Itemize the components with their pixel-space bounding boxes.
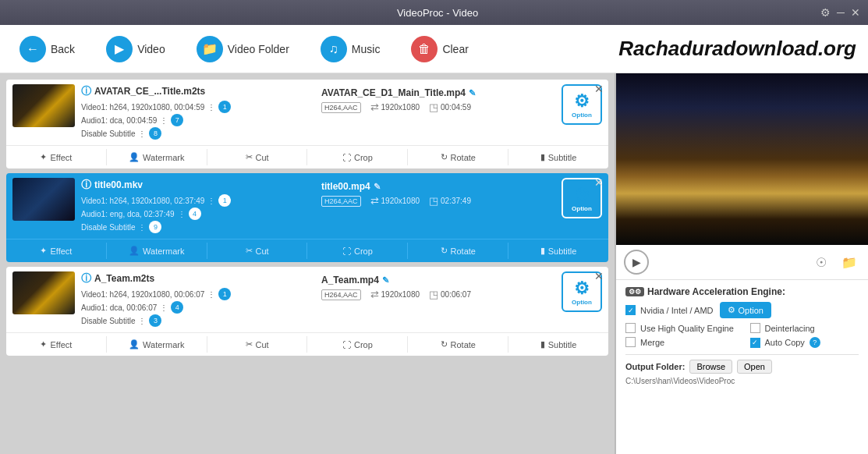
codec-gear-icon-1: ⚙ [574,91,590,112]
deinterlacing-checkbox-row: Deinterlacing [750,323,859,333]
sub-row-2: Disable Subtitle ⋮ 9 [81,221,309,233]
effect-btn-1[interactable]: ✦ Effect [6,149,107,165]
ha-option-gear-icon: ⚙ [728,305,735,315]
video-row-1: Video1: h264, 1920x1080, 00:04:59 ⋮ 1 [81,101,309,113]
settings-icon[interactable]: ⚙ [820,6,831,19]
source-title-3: ⓘ A_Team.m2ts [81,271,309,286]
edit-icon-2[interactable]: ✎ [374,182,381,192]
audio-num-2: 4 [189,207,201,220]
subtitle-btn-3[interactable]: ▮ Subtitle [508,336,608,353]
merge-checkbox[interactable] [625,337,636,347]
settings-panel: ⚙⚙ Hardware Acceleration Engine: ✓ Nvidi… [616,280,868,454]
meta-dur-1: ◳ 00:04:59 [429,101,471,113]
ha-row: ✓ Nvidia / Intel / AMD ⚙ Option [625,302,859,318]
effect-btn-3[interactable]: ✦ Effect [6,336,107,353]
autocopy-help-icon[interactable]: ? [810,337,820,348]
cut-btn-2[interactable]: ✂ Cut [207,243,308,259]
preview-background [616,73,868,245]
crop-btn-2[interactable]: ⛶ Crop [307,243,408,259]
watermark-btn-1[interactable]: 👤 Watermark [107,149,207,165]
close-card-2[interactable]: ✕ [594,176,604,189]
video-row-3: Video1: h264, 1920x1080, 00:06:07 ⋮ 1 [81,288,309,300]
preview-controls: ▶ ☉ 📁 [616,245,868,280]
hq-checkbox-row: Use High Quality Engine [625,323,735,333]
rotate-btn-2[interactable]: ↻ Rotate [408,243,508,259]
thumb-img-3 [12,271,75,314]
crop-btn-1[interactable]: ⛶ Crop [307,149,408,165]
cut-btn-1[interactable]: ✂ Cut [207,149,308,165]
app-title: VideoProc - Video [55,7,820,19]
crop-btn-3[interactable]: ⛶ Crop [307,336,408,353]
thumb-3 [12,271,75,314]
snapshot-icon[interactable]: ☉ [810,251,832,273]
card-1-top: ⓘ AVATAR_CE_...Title.m2ts Video1: h264, … [6,80,608,145]
sub-num-2: 9 [149,221,161,233]
back-icon: ← [19,36,46,62]
subtitle-btn-2[interactable]: ▮ Subtitle [508,243,608,259]
ha-badge: ⚙⚙ [625,287,644,296]
output-folder-path: C:\Users\han\Videos\VideoProc [625,377,859,385]
effect-btn-2[interactable]: ✦ Effect [6,243,107,259]
back-button[interactable]: ← Back [12,31,83,67]
video-info-2: ⓘ title00.mkv Video1: h264, 1920x1080, 0… [81,178,309,234]
card-3-actions: ✦ Effect 👤 Watermark ✂ Cut ⛶ Crop ↻ Rota… [6,332,608,356]
audio-row-2: Audio1: eng, dca, 02:37:49 ⋮ 4 [81,207,309,220]
output-name-3: A_Team.mp4 ✎ [321,275,549,286]
ha-option-button[interactable]: ⚙ Option [720,302,771,318]
video-meta-3: H264,AAC ⇄ 1920x1080 ◳ 00:06:07 [321,289,549,300]
video-num-1: 1 [218,101,231,113]
title-bar: VideoProc - Video ⚙ ─ ✕ [0,0,868,25]
rotate-btn-1[interactable]: ↻ Rotate [408,149,508,165]
autocopy-checkbox-row: ✓ Auto Copy ? [750,337,859,348]
edit-icon-1[interactable]: ✎ [469,88,476,98]
info-icon-2[interactable]: ⓘ [81,178,91,192]
open-button[interactable]: Open [737,360,772,374]
video-info-3: ⓘ A_Team.m2ts Video1: h264, 1920x1080, 0… [81,271,309,328]
play-button[interactable]: ▶ [624,250,649,275]
minimize-button[interactable]: ─ [837,6,845,19]
close-card-3[interactable]: ✕ [594,270,604,282]
audio-num-1: 7 [171,114,183,126]
folder-open-icon[interactable]: 📁 [838,251,860,273]
info-icon-1[interactable]: ⓘ [81,84,91,98]
output-name-1: AVATAR_CE_D1_Main_Title.mp4 ✎ [321,87,549,98]
audio-row-3: Audio1: dca, 00:06:07 ⋮ 4 [81,301,309,314]
video-row-2: Video1: h264, 1920x1080, 02:37:49 ⋮ 1 [81,194,309,207]
video-preview [616,73,868,245]
merge-checkbox-row: Merge [625,337,735,347]
close-card-1[interactable]: ✕ [594,83,604,95]
deinterlacing-checkbox[interactable] [750,323,760,333]
edit-icon-3[interactable]: ✎ [382,275,389,286]
card-2-actions: ✦ Effect 👤 Watermark ✂ Cut ⛶ Crop ↻ Rota… [6,239,608,262]
audio-num-3: 4 [171,301,183,314]
output-folder-path-row: C:\Users\han\Videos\VideoProc [625,377,859,385]
output-folder-label: Output Folder: [625,362,685,371]
cut-btn-3[interactable]: ✂ Cut [207,336,308,353]
sub-row-3: Disable Subtitle ⋮ 3 [81,314,309,327]
sub-row-1: Disable Subtitle ⋮ 8 [81,127,309,140]
brand-label: Rachaduradownload.org [618,37,856,61]
music-button[interactable]: ♫ Music [313,31,388,67]
rotate-btn-3[interactable]: ↻ Rotate [408,336,508,353]
right-panel: ▶ ☉ 📁 ⚙⚙ Hardware Acceleration Engine: ✓… [616,73,868,454]
subtitle-btn-1[interactable]: ▮ Subtitle [508,149,608,165]
watermark-btn-2[interactable]: 👤 Watermark [107,243,207,259]
codec-gear-icon-3: ⚙ [574,278,590,299]
autocopy-checkbox[interactable]: ✓ [750,338,760,348]
source-title-2: ⓘ title00.mkv [81,178,309,192]
video-list: ✕ ⓘ AVATAR_CE_...Title.m2ts Video1: h264… [0,73,615,454]
watermark-btn-3[interactable]: 👤 Watermark [107,336,207,353]
video-folder-button[interactable]: 📁 Video Folder [189,31,297,67]
hq-checkbox[interactable] [625,323,636,333]
info-icon-3[interactable]: ⓘ [81,271,91,286]
browse-button[interactable]: Browse [689,360,732,374]
source-title-1: ⓘ AVATAR_CE_...Title.m2ts [81,84,309,98]
video-button[interactable]: ▶ Video [98,31,173,67]
video-num-2: 1 [218,194,231,207]
clear-button[interactable]: 🗑 Clear [403,31,476,67]
ha-section-title: ⚙⚙ Hardware Acceleration Engine: [625,286,859,297]
settings-col-right: Deinterlacing ✓ Auto Copy ? [750,323,859,348]
close-button[interactable]: ✕ [851,6,860,19]
thumb-img-2 [12,178,75,221]
nvidia-checkbox[interactable]: ✓ [625,305,636,315]
